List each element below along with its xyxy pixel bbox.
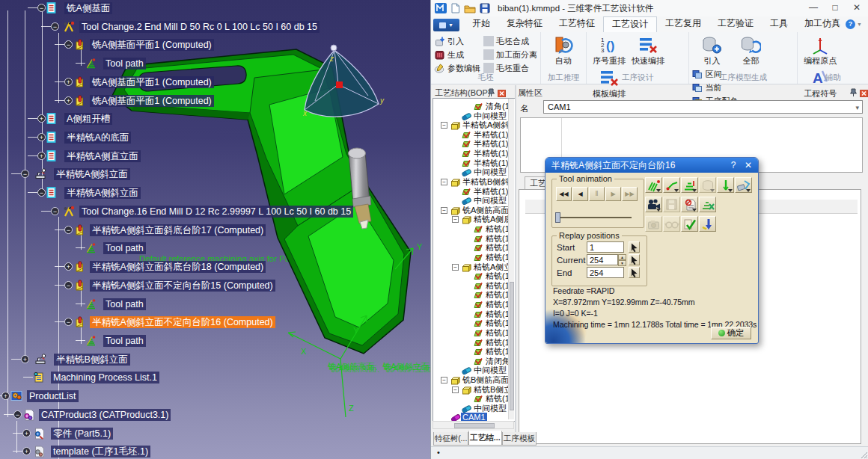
tree-row[interactable]: −半精铣A侧斜立面斜底台阶17 (Computed) <box>0 224 430 237</box>
video-replay-button[interactable] <box>645 197 662 212</box>
expander-minus[interactable]: − <box>441 122 447 129</box>
stereo-glasses-button[interactable] <box>663 216 680 232</box>
tree-row[interactable]: +A侧粗开槽 <box>0 113 430 126</box>
bop-tree-row[interactable]: 精铣(1 <box>433 347 516 357</box>
title-bar[interactable]: biban(1).kmmpd - 三维零件工艺设计软件 — □ ✕ <box>431 0 868 17</box>
expander-plus[interactable]: + <box>21 355 29 363</box>
expander-plus[interactable]: + <box>64 78 73 86</box>
expander-plus[interactable]: + <box>37 152 46 160</box>
expander-minus[interactable]: − <box>37 4 46 12</box>
bop-tree-row[interactable]: 清角(1 <box>433 102 516 111</box>
tree-row[interactable]: −半精铣A侧斜立面不定向台阶16 (Computed) <box>0 316 430 329</box>
menu-tab-6[interactable]: 工艺验证 <box>709 16 762 31</box>
tree-row[interactable]: −半精铣A侧斜立面不定向台阶15 (Computed) <box>0 280 430 292</box>
ribbon-button[interactable]: 快速编排 <box>629 34 667 67</box>
bop-tree-row[interactable]: 半精铣(1) <box>433 149 516 158</box>
save-video-button[interactable] <box>663 197 680 212</box>
menu-tab-4[interactable]: 工艺设计 <box>603 16 657 32</box>
current-pick-button[interactable] <box>629 254 640 265</box>
tool-animation-dialog[interactable]: 半精铣A侧斜立面不定向台阶16 ? ✕ Tool animation ◀◀◀Ⅱ▶… <box>545 157 759 344</box>
slider-thumb[interactable] <box>555 212 560 223</box>
bop-tree-row[interactable]: 中间模型 <box>433 196 516 206</box>
current-input[interactable] <box>587 254 618 265</box>
bop-tree-row[interactable]: 中间模型 <box>433 366 516 375</box>
ribbon-button[interactable]: 编程原点 <box>801 34 840 67</box>
document-restricted-button[interactable] <box>681 197 698 212</box>
tree-row[interactable]: Tool path <box>0 58 430 70</box>
current-spinner[interactable]: ▲▼ <box>618 254 626 265</box>
bop-tree-row[interactable]: −精铣A侧底 <box>433 215 516 224</box>
expander-plus[interactable]: + <box>22 429 31 437</box>
bop-tree-row[interactable]: −半精铣A侧斜 <box>433 120 516 130</box>
start-pick-button[interactable] <box>629 241 640 253</box>
attr-close-icon[interactable] <box>860 89 868 99</box>
play-button[interactable]: ▶ <box>605 187 621 201</box>
step-back-button[interactable]: ◀ <box>572 187 588 201</box>
bop-tree-row[interactable]: −铣B侧筋高面 <box>433 375 516 385</box>
dialog-close-button[interactable]: ✕ <box>742 158 755 173</box>
maximize-button[interactable]: □ <box>825 0 846 16</box>
new-document-icon[interactable] <box>450 3 460 13</box>
bop-tree-row[interactable]: 精铣(1 <box>433 224 516 234</box>
start-input[interactable] <box>587 241 624 253</box>
expander-minus[interactable]: − <box>21 170 29 178</box>
bottom-tab-1[interactable]: 特征树(... <box>433 432 468 446</box>
expander-minus[interactable]: − <box>64 281 73 289</box>
bottom-tab-3[interactable]: 工序模板 <box>502 432 537 446</box>
dialog-title-bar[interactable]: 半精铣A侧斜立面不定向台阶16 ? ✕ <box>545 158 758 173</box>
menu-tab-2[interactable]: 复杂特征 <box>498 16 551 31</box>
bop-tree-row[interactable]: 精铣(1 <box>433 290 516 300</box>
tree-row[interactable]: +半精铣A的底面 <box>0 132 430 144</box>
name-combobox[interactable]: CAM1 ▾ <box>543 100 863 114</box>
expander-minus[interactable]: − <box>452 216 459 223</box>
expander-minus[interactable]: − <box>64 318 73 326</box>
tree-row[interactable]: Tool path <box>0 242 430 255</box>
tree-row[interactable]: +半精铣B侧斜立面 <box>0 354 430 366</box>
toolpath-points-button[interactable] <box>681 177 698 193</box>
ribbon-button[interactable]: 生成 <box>434 48 480 61</box>
pause-button[interactable]: Ⅱ <box>589 187 605 201</box>
toolpath-segment-button[interactable] <box>663 177 680 193</box>
ribbon-button[interactable]: 模板编排 <box>590 67 629 99</box>
expander-minus[interactable]: − <box>13 410 22 419</box>
expander-plus[interactable]: + <box>37 133 46 141</box>
tree-row[interactable]: −半精铣A侧斜立面 <box>0 168 430 181</box>
expander-minus[interactable]: − <box>37 188 46 197</box>
jump-to-start-button[interactable]: ◀◀ <box>556 187 572 201</box>
bop-tree-row[interactable]: 中间模型 <box>433 167 516 177</box>
save-icon[interactable] <box>480 3 490 13</box>
tree-row[interactable]: +铣A侧基面平面1 (Computed) <box>0 95 430 108</box>
expander-minus[interactable]: − <box>441 207 447 214</box>
bottom-tab-2[interactable]: 工艺结... <box>468 431 502 446</box>
tree-row[interactable]: −铣A侧基面 <box>0 2 430 15</box>
close-button[interactable]: ✕ <box>846 0 867 16</box>
ribbon-button[interactable]: A工程符号 <box>801 67 840 99</box>
resize-grip[interactable] <box>861 452 868 459</box>
expander-plus[interactable]: + <box>22 447 31 455</box>
menu-tab-5[interactable]: 工艺复用 <box>657 16 709 31</box>
bop-horizontal-scrollbar[interactable] <box>433 421 514 429</box>
expander-minus[interactable]: − <box>51 207 59 215</box>
open-folder-icon[interactable] <box>464 4 476 13</box>
expander-minus[interactable]: − <box>64 40 73 49</box>
tree-row[interactable]: Tool path <box>0 298 430 311</box>
expander-minus[interactable]: − <box>441 377 447 383</box>
expander-plus[interactable]: + <box>1 392 10 400</box>
plunge-axis-button[interactable] <box>717 177 734 193</box>
dialog-help-button[interactable]: ? <box>727 158 740 173</box>
tree-row[interactable]: +铣A侧基面平面1 (Computed) <box>0 76 430 89</box>
attr-pin-icon[interactable] <box>850 88 857 99</box>
ribbon-button[interactable]: 引入 <box>692 34 731 67</box>
bop-tree-row[interactable]: 精铣(1 <box>433 243 516 253</box>
menu-tab-1[interactable]: 开始 <box>464 16 498 31</box>
menu-tab-7[interactable]: 工具 <box>762 16 796 31</box>
tree-row[interactable]: +半精铣A侧斜立面斜底台阶18 (Computed) <box>0 261 430 274</box>
tree-row[interactable]: −Tool Change.16 End Mill D 12 Rc 2.99997… <box>0 206 430 218</box>
bop-tree-row[interactable]: 精铣(1 <box>433 328 516 338</box>
help-button[interactable]: ?▼ <box>846 19 862 29</box>
end-input[interactable] <box>587 267 624 278</box>
tree-row[interactable]: −Tool Change.2 End Mill D 50 Rc 0 L 100 … <box>0 21 430 34</box>
tree-row[interactable]: −CATProduct3 (CATProduct3.1) <box>0 409 430 422</box>
bop-tree-row[interactable]: 精铣(1 <box>433 318 516 328</box>
tree-row[interactable]: −铣A侧基面平面1 (Computed) <box>0 39 430 52</box>
